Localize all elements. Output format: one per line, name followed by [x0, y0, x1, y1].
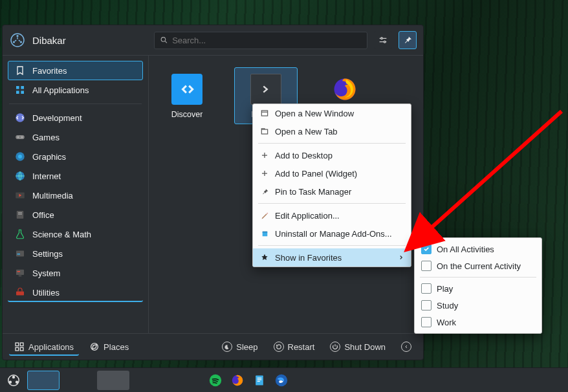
star-icon	[259, 252, 270, 263]
menu-item-edit-application[interactable]: Edit Application...	[253, 206, 411, 224]
submenu-item-label: Work	[437, 318, 456, 327]
menu-item-label: Open a New Tab	[275, 127, 338, 136]
sleep-icon	[222, 342, 232, 352]
taskbar-app-files[interactable]	[250, 374, 269, 387]
chevron-left-icon	[401, 342, 411, 352]
menu-item-add-to-panel[interactable]: Add to Panel (Widget)	[253, 164, 411, 182]
submenu-item-work[interactable]: Work	[415, 314, 541, 331]
sidebar-item-office[interactable]: Office	[8, 205, 143, 224]
svg-point-6	[384, 41, 386, 43]
games-icon	[14, 131, 26, 143]
button-label: Shut Down	[344, 342, 386, 352]
sidebar-item-science-math[interactable]: Science & Math	[8, 224, 143, 244]
sidebar-item-all-applications[interactable]: All Applications	[8, 80, 143, 100]
task-button[interactable]	[62, 371, 94, 390]
svg-rect-25	[19, 276, 22, 277]
window-icon	[259, 108, 270, 118]
launcher-header: Dibakar	[3, 25, 423, 55]
menu-item-uninstall[interactable]: Uninstall or Manage Add-Ons...	[253, 224, 411, 243]
svg-point-2	[13, 41, 15, 43]
tab-icon	[259, 126, 270, 136]
sidebar-item-favorites[interactable]: Favorites	[8, 61, 143, 80]
multimedia-icon	[14, 190, 26, 201]
firefox-icon	[329, 74, 360, 105]
search-input[interactable]	[172, 36, 362, 45]
start-button[interactable]	[3, 371, 25, 390]
svg-point-14	[21, 136, 23, 138]
taskbar-app-thunderbird[interactable]	[272, 373, 291, 387]
svg-rect-19	[17, 211, 24, 219]
plasma-logo-icon	[6, 373, 21, 387]
svg-rect-24	[16, 270, 24, 275]
menu-item-open-new-window[interactable]: Open a New Window	[253, 104, 411, 122]
sidebar-item-label: Multimedia	[32, 191, 73, 201]
submenu-item-on-current-activity[interactable]: On the Current Activity	[415, 257, 541, 274]
svg-point-4	[161, 38, 166, 42]
context-menu: Open a New Window Open a New Tab Add to …	[252, 103, 411, 267]
svg-point-41	[9, 381, 11, 383]
sidebar-item-internet[interactable]: Internet	[8, 166, 143, 186]
task-button[interactable]	[97, 371, 129, 390]
tab-places[interactable]: Places	[84, 338, 134, 356]
configure-button[interactable]	[374, 31, 392, 49]
svg-rect-12	[16, 135, 25, 139]
svg-point-5	[381, 38, 383, 39]
menu-item-label: Edit Application...	[275, 211, 340, 221]
menu-item-show-in-favorites[interactable]: Show in Favorites	[253, 248, 411, 267]
svg-point-16	[18, 155, 22, 158]
sidebar-item-utilities[interactable]: Utilities	[8, 283, 143, 302]
system-icon	[14, 267, 26, 279]
sidebar-item-label: Science & Math	[32, 230, 91, 239]
menu-item-label: Pin to Task Manager	[275, 187, 351, 197]
svg-rect-30	[20, 343, 23, 346]
submenu-item-play[interactable]: Play	[415, 280, 541, 297]
development-icon	[14, 112, 26, 124]
package-icon	[259, 228, 270, 239]
svg-point-40	[13, 376, 15, 378]
svg-rect-31	[16, 347, 19, 351]
sidebar-item-settings[interactable]: Settings	[8, 244, 143, 263]
favorites-activities-submenu: On All Activities On the Current Activit…	[414, 237, 542, 334]
checkbox-icon	[421, 283, 431, 294]
button-label: Restart	[288, 342, 315, 352]
search-input-wrapper[interactable]	[154, 32, 367, 49]
svg-rect-46	[257, 377, 262, 378]
taskbar-app-spotify[interactable]	[206, 373, 225, 387]
sidebar-item-graphics[interactable]: Graphics	[8, 147, 143, 166]
sleep-button[interactable]: Sleep	[217, 338, 263, 356]
sidebar-item-multimedia[interactable]: Multimedia	[8, 186, 143, 205]
sidebar-item-games[interactable]: Games	[8, 127, 143, 147]
taskbar-app-firefox[interactable]	[228, 373, 247, 387]
separator	[258, 203, 406, 204]
tab-applications[interactable]: Applications	[9, 338, 79, 356]
sidebar-item-label: Games	[32, 133, 60, 142]
power-icon	[330, 342, 340, 352]
pin-button[interactable]	[399, 31, 417, 49]
submenu-item-study[interactable]: Study	[415, 297, 541, 314]
menu-item-open-new-tab[interactable]: Open a New Tab	[253, 122, 411, 140]
svg-rect-10	[21, 91, 24, 94]
shutdown-button[interactable]: Shut Down	[325, 338, 391, 356]
sidebar-item-label: Graphics	[32, 152, 66, 162]
button-label: Sleep	[236, 342, 257, 352]
menu-item-pin-to-task-manager[interactable]: Pin to Task Manager	[253, 182, 411, 201]
office-icon	[14, 209, 26, 221]
sidebar-item-development[interactable]: Development	[8, 108, 143, 127]
sidebar-item-system[interactable]: System	[8, 263, 143, 283]
pencil-icon	[259, 210, 270, 221]
svg-rect-7	[16, 86, 19, 89]
pin-icon	[259, 186, 270, 197]
app-card-discover[interactable]: Discover	[155, 67, 219, 124]
graphics-icon	[14, 151, 26, 162]
tab-label: Places	[104, 342, 129, 352]
svg-rect-34	[261, 111, 267, 116]
restart-button[interactable]: Restart	[268, 338, 320, 356]
task-button-active[interactable]	[27, 371, 60, 390]
more-button[interactable]	[396, 338, 417, 356]
app-label: Discover	[171, 110, 203, 119]
submenu-item-on-all-activities[interactable]: On All Activities	[415, 241, 541, 257]
svg-rect-29	[16, 343, 19, 346]
svg-rect-37	[262, 231, 267, 232]
menu-item-add-to-desktop[interactable]: Add to Desktop	[253, 146, 411, 164]
launcher-footer: Applications Places Sleep Restart Shut D…	[3, 333, 423, 360]
